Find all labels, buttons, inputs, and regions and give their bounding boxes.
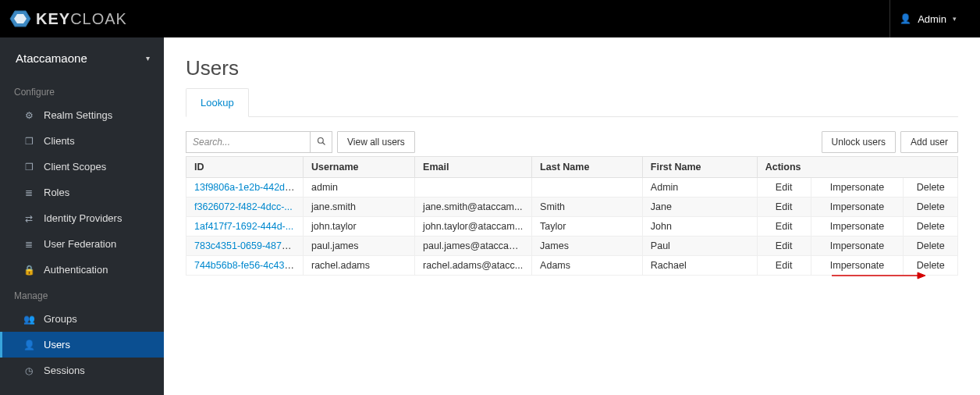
search-input[interactable] <box>186 131 311 153</box>
edit-button[interactable]: Edit <box>757 256 811 276</box>
sidebar-item-sessions[interactable]: ◷Sessions <box>0 358 164 383</box>
manage-nav: 👥Groups👤Users◷Sessions <box>0 306 164 383</box>
brand[interactable]: KEYCLOAK <box>9 8 127 30</box>
brand-text: KEYCLOAK <box>36 10 127 28</box>
sidebar-item-roles[interactable]: ≣Roles <box>0 180 164 205</box>
search-group <box>186 131 332 153</box>
col-header-first-name: First Name <box>642 157 757 178</box>
cell-email: paul.james@ataccam... <box>415 237 532 256</box>
sidebar-item-clients[interactable]: ❒Clients <box>0 128 164 154</box>
cell-first_name: John <box>642 217 757 237</box>
impersonate-button[interactable]: Impersonate <box>811 198 904 217</box>
cell-username: jane.smith <box>304 198 415 217</box>
lock-icon: 🔒 <box>23 265 34 276</box>
realm-name: Ataccamaone <box>16 52 87 65</box>
sidebar-item-client-scopes[interactable]: ❒Client Scopes <box>0 154 164 180</box>
cubes-icon: ❒ <box>23 162 34 173</box>
cell-email: jane.smith@ataccam... <box>415 198 532 217</box>
chevron-down-icon: ▾ <box>146 54 150 62</box>
impersonate-button[interactable]: Impersonate <box>811 237 904 256</box>
cell-last_name: Taylor <box>532 217 643 237</box>
impersonate-button[interactable]: Impersonate <box>811 217 904 237</box>
topbar: KEYCLOAK 👤 Admin ▾ <box>0 0 980 37</box>
sidebar-item-users[interactable]: 👤Users <box>0 332 164 358</box>
cell-last_name <box>532 178 643 198</box>
list-icon: ≣ <box>23 187 34 198</box>
sidebar-item-label: User Federation <box>44 238 116 250</box>
users-icon: 👥 <box>23 314 34 325</box>
delete-button[interactable]: Delete <box>904 198 958 217</box>
sliders-icon: ⚙ <box>23 110 34 121</box>
edit-button[interactable]: Edit <box>757 237 811 256</box>
sidebar-item-label: Realm Settings <box>44 109 112 121</box>
cell-first_name: Rachael <box>642 256 757 276</box>
chevron-down-icon: ▾ <box>953 15 957 23</box>
sidebar-item-label: Roles <box>44 187 69 198</box>
user-id-link[interactable]: 744b56b8-fe56-4c43-... <box>194 260 296 271</box>
sidebar-item-groups[interactable]: 👥Groups <box>0 306 164 332</box>
cell-first_name: Jane <box>642 198 757 217</box>
edit-button[interactable]: Edit <box>757 178 811 198</box>
sidebar-item-identity-providers[interactable]: ⇄Identity Providers <box>0 205 164 231</box>
col-header-actions: Actions <box>757 157 957 178</box>
cell-first_name: Admin <box>642 178 757 198</box>
cell-email <box>415 178 532 198</box>
cell-last_name: Smith <box>532 198 643 217</box>
sidebar-item-label: Clients <box>44 135 75 147</box>
tab-lookup[interactable]: Lookup <box>186 88 249 117</box>
sidebar-item-label: Users <box>44 339 70 351</box>
impersonate-button[interactable]: Impersonate <box>811 256 904 276</box>
cell-username: rachel.adams <box>304 256 415 276</box>
edit-button[interactable]: Edit <box>757 198 811 217</box>
sidebar-item-user-federation[interactable]: ≣User Federation <box>0 231 164 257</box>
cell-username: admin <box>304 178 415 198</box>
delete-button[interactable]: Delete <box>904 256 958 276</box>
cell-first_name: Paul <box>642 237 757 256</box>
table-row: 783c4351-0659-487c-...paul.jamespaul.jam… <box>186 237 958 256</box>
col-header-id: ID <box>186 157 304 178</box>
cell-email: john.taylor@ataccam... <box>415 217 532 237</box>
table-row: 1af417f7-1692-444d-...john.taylorjohn.ta… <box>186 217 958 237</box>
sidebar-item-label: Sessions <box>44 365 85 376</box>
user-menu-label: Admin <box>918 13 946 25</box>
col-header-last-name: Last Name <box>532 157 643 178</box>
toolbar: View all users Unlock users Add user <box>186 131 958 153</box>
cell-email: rachel.adams@atacc... <box>415 256 532 276</box>
svg-point-2 <box>318 137 323 143</box>
cell-username: paul.james <box>304 237 415 256</box>
user-icon: 👤 <box>23 340 34 351</box>
delete-button[interactable]: Delete <box>904 217 958 237</box>
cell-last_name: James <box>532 237 643 256</box>
realm-selector[interactable]: Ataccamaone ▾ <box>0 37 164 79</box>
user-id-link[interactable]: 783c4351-0659-487c-... <box>194 240 298 251</box>
exchange-icon: ⇄ <box>23 213 34 224</box>
delete-button[interactable]: Delete <box>904 237 958 256</box>
user-id-link[interactable]: 1af417f7-1692-444d-... <box>194 221 293 232</box>
clock-icon: ◷ <box>23 365 34 376</box>
users-table: ID Username Email Last Name First Name A… <box>186 156 958 276</box>
page-title: Users <box>186 56 958 80</box>
search-button[interactable] <box>311 131 332 153</box>
user-id-link[interactable]: f3626072-f482-4dcc-... <box>194 201 293 212</box>
brand-logo-icon <box>9 8 31 30</box>
user-id-link[interactable]: 13f9806a-1e2b-442d-... <box>194 182 296 193</box>
view-all-users-button[interactable]: View all users <box>337 131 415 153</box>
user-menu[interactable]: 👤 Admin ▾ <box>889 0 966 37</box>
tabs: Lookup <box>186 88 958 117</box>
impersonate-button[interactable]: Impersonate <box>811 178 904 198</box>
search-icon <box>317 137 326 148</box>
unlock-users-button[interactable]: Unlock users <box>822 131 896 153</box>
section-manage-title: Manage <box>0 283 164 306</box>
table-row: 13f9806a-1e2b-442d-...adminAdminEditImpe… <box>186 178 958 198</box>
sidebar: Ataccamaone ▾ Configure ⚙Realm Settings❒… <box>0 37 164 395</box>
svg-line-3 <box>322 142 325 144</box>
sidebar-item-realm-settings[interactable]: ⚙Realm Settings <box>0 102 164 128</box>
edit-button[interactable]: Edit <box>757 217 811 237</box>
sidebar-item-label: Identity Providers <box>44 212 122 224</box>
sidebar-item-authentication[interactable]: 🔒Authentication <box>0 257 164 283</box>
section-configure-title: Configure <box>0 79 164 102</box>
add-user-button[interactable]: Add user <box>900 131 958 153</box>
delete-button[interactable]: Delete <box>904 178 958 198</box>
main-content: Users Lookup View all users Unlock users <box>164 37 980 395</box>
sidebar-item-label: Groups <box>44 313 77 325</box>
